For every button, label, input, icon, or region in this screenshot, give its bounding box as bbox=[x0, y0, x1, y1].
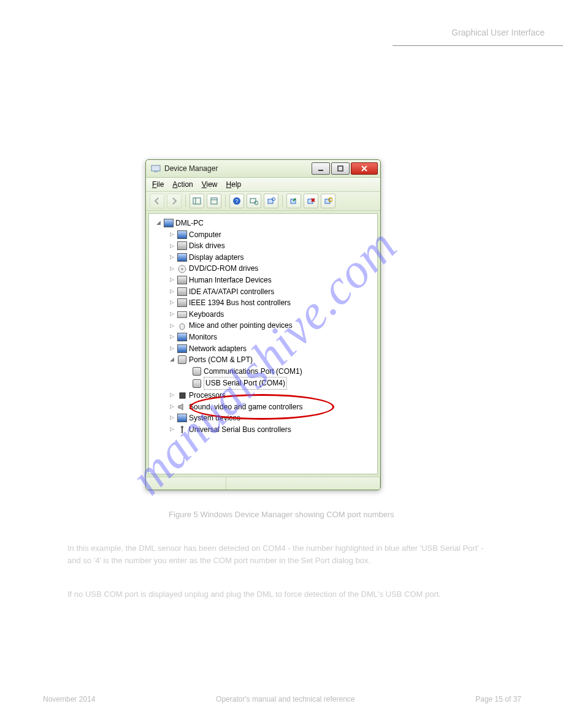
uninstall-button[interactable] bbox=[286, 194, 301, 208]
svg-text:?: ? bbox=[235, 198, 238, 204]
tree-item-disk-drives[interactable]: ▷Disk drives bbox=[151, 240, 375, 252]
svg-rect-8 bbox=[211, 198, 217, 204]
tree-item-ide[interactable]: ▷IDE ATA/ATAPI controllers bbox=[151, 286, 375, 298]
minimize-button[interactable] bbox=[312, 162, 330, 175]
port-icon bbox=[192, 379, 202, 389]
network-icon bbox=[177, 344, 187, 354]
svg-rect-3 bbox=[338, 166, 343, 171]
expand-icon[interactable]: ▷ bbox=[169, 391, 175, 400]
port-icon bbox=[192, 366, 202, 376]
expand-icon[interactable]: ▷ bbox=[169, 310, 175, 319]
ports-icon bbox=[177, 355, 187, 365]
menu-view[interactable]: View bbox=[202, 180, 218, 189]
expand-icon[interactable]: ▷ bbox=[169, 322, 175, 330]
menu-file[interactable]: File bbox=[152, 180, 164, 189]
cpu-icon bbox=[177, 390, 187, 400]
tree-item-dvd[interactable]: ▷DVD/CD-ROM drives bbox=[151, 263, 375, 275]
tree-item-label: IEEE 1394 Bus host controllers bbox=[189, 297, 291, 309]
page-footer: November 2014 Operator's manual and tech… bbox=[43, 695, 521, 703]
computer-icon bbox=[164, 218, 174, 228]
body-paragraph-2: If no USB COM port is displayed unplug a… bbox=[67, 588, 497, 601]
disable-button[interactable] bbox=[304, 194, 318, 208]
tree-item-label: Ports (COM & LPT) bbox=[189, 354, 253, 366]
tree-item-label: Universal Serial Bus controllers bbox=[189, 424, 291, 436]
svg-rect-6 bbox=[193, 198, 201, 204]
firewire-icon bbox=[177, 298, 187, 308]
tree-item-label-selected: USB Serial Port (COM4) bbox=[204, 377, 287, 390]
ide-icon bbox=[177, 287, 187, 297]
forward-button[interactable] bbox=[167, 194, 182, 208]
tree-item-mice[interactable]: ▷Mice and other pointing devices bbox=[151, 320, 375, 332]
tree-item-usb[interactable]: ▷Universal Serial Bus controllers bbox=[151, 424, 375, 436]
sound-icon bbox=[177, 402, 187, 412]
tree-item-network[interactable]: ▷Network adapters bbox=[151, 343, 375, 355]
tree-item-ports[interactable]: ◢Ports (COM & LPT) bbox=[151, 354, 375, 366]
tree-item-com1[interactable]: Communications Port (COM1) bbox=[151, 366, 375, 377]
body-paragraph-1: In this example, the DML sensor has been… bbox=[67, 542, 497, 566]
tree-item-label: Monitors bbox=[189, 332, 217, 343]
collapse-icon[interactable]: ◢ bbox=[169, 355, 175, 364]
tree-item-keyboards[interactable]: ▷Keyboards bbox=[151, 309, 375, 320]
footer-page: Page 15 of 37 bbox=[475, 695, 521, 703]
tree-item-label: Keyboards bbox=[189, 309, 224, 320]
expand-icon[interactable]: ▷ bbox=[169, 265, 175, 273]
toolbar: ? bbox=[146, 192, 380, 211]
svg-rect-25 bbox=[180, 393, 185, 398]
system-icon bbox=[177, 413, 187, 423]
titlebar[interactable]: Device Manager bbox=[146, 160, 380, 178]
expand-icon[interactable]: ▷ bbox=[169, 403, 175, 411]
expand-icon[interactable]: ▷ bbox=[169, 253, 175, 262]
menu-help[interactable]: Help bbox=[226, 180, 242, 189]
back-button[interactable] bbox=[150, 194, 164, 208]
app-icon bbox=[151, 164, 161, 173]
expand-icon[interactable]: ▷ bbox=[169, 298, 175, 307]
expand-icon[interactable]: ▷ bbox=[169, 333, 175, 341]
menu-action[interactable]: Action bbox=[172, 180, 193, 189]
tree-item-label: Mice and other pointing devices bbox=[189, 320, 293, 332]
enable-button[interactable] bbox=[321, 194, 335, 208]
menubar: File Action View Help bbox=[146, 178, 380, 192]
update-driver-button[interactable] bbox=[264, 194, 278, 208]
expand-icon[interactable]: ▷ bbox=[169, 242, 175, 251]
tree-item-label: DVD/CD-ROM drives bbox=[189, 263, 258, 275]
tree-item-computer[interactable]: ▷Computer bbox=[151, 229, 375, 241]
tree-item-display-adapters[interactable]: ▷Display adapters bbox=[151, 252, 375, 264]
tree-item-monitors[interactable]: ▷Monitors bbox=[151, 332, 375, 343]
expand-icon[interactable]: ▷ bbox=[169, 287, 175, 296]
tree-item-ieee1394[interactable]: ▷IEEE 1394 Bus host controllers bbox=[151, 297, 375, 309]
expand-icon[interactable]: ▷ bbox=[169, 344, 175, 353]
footer-title: Operator's manual and technical referenc… bbox=[216, 695, 354, 703]
expand-icon[interactable]: ▷ bbox=[169, 414, 175, 422]
footer-date: November 2014 bbox=[43, 695, 95, 703]
tree-item-system[interactable]: ▷System devices bbox=[151, 412, 375, 424]
help-button[interactable]: ? bbox=[229, 194, 244, 208]
tree-item-label: IDE ATA/ATAPI controllers bbox=[189, 286, 274, 298]
mouse-icon bbox=[177, 321, 187, 331]
show-hide-console-tree-button[interactable] bbox=[190, 194, 204, 208]
properties-button[interactable] bbox=[207, 194, 221, 208]
tree-item-label: Processors bbox=[189, 390, 226, 401]
statusbar bbox=[146, 477, 380, 490]
tree-item-processors[interactable]: ▷Processors bbox=[151, 390, 375, 401]
tree-item-hid[interactable]: ▷Human Interface Devices bbox=[151, 275, 375, 286]
expand-icon[interactable]: ▷ bbox=[169, 230, 175, 239]
scan-hardware-button[interactable] bbox=[247, 194, 261, 208]
close-button[interactable] bbox=[351, 162, 378, 175]
svg-point-24 bbox=[180, 324, 185, 330]
tree-item-label: Disk drives bbox=[189, 240, 225, 252]
expand-icon[interactable]: ▷ bbox=[169, 276, 175, 284]
collapse-icon[interactable]: ◢ bbox=[155, 219, 162, 227]
computer-icon bbox=[177, 230, 187, 240]
window-title: Device Manager bbox=[164, 164, 310, 173]
dvd-icon bbox=[177, 264, 187, 274]
tree-item-label: Network adapters bbox=[189, 343, 247, 355]
tree-item-com4[interactable]: USB Serial Port (COM4) bbox=[151, 377, 375, 390]
tree-item-sound[interactable]: ▷Sound, video and game controllers bbox=[151, 401, 375, 413]
svg-point-23 bbox=[182, 268, 183, 270]
tree-root[interactable]: ◢ DML-PC bbox=[151, 218, 375, 229]
device-tree[interactable]: ◢ DML-PC ▷Computer ▷Disk drives ▷Display… bbox=[148, 213, 378, 474]
tree-root-label: DML-PC bbox=[175, 218, 204, 229]
maximize-button[interactable] bbox=[331, 162, 350, 175]
expand-icon[interactable]: ▷ bbox=[169, 425, 175, 434]
tree-item-label: System devices bbox=[189, 412, 240, 424]
